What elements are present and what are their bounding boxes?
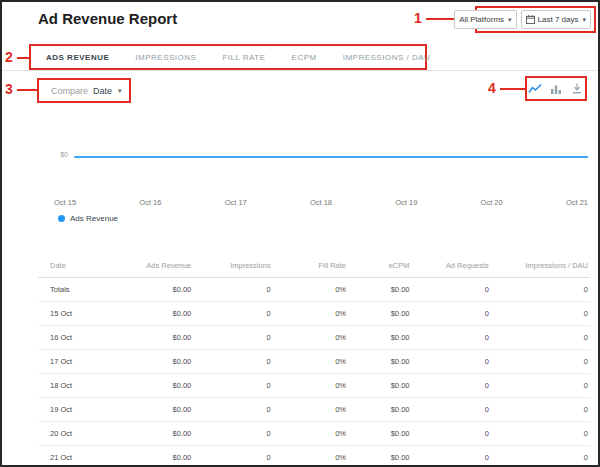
table-header-row: Date Ads Revenue Impressions Fill Rate e… (38, 253, 590, 278)
table-row: 18 Oct $0.00 0 0% $0.00 0 0 (38, 374, 590, 398)
cell-date: 17 Oct (38, 357, 110, 366)
legend-dot-icon (58, 215, 65, 222)
cell-ads-revenue: $0.00 (110, 333, 193, 342)
cell-date: Totals (38, 285, 110, 294)
cell-ad-requests: 0 (411, 453, 490, 462)
table-row-totals: Totals $0.00 0 0% $0.00 0 0 (38, 278, 590, 302)
date-range-dropdown[interactable]: Last 7 days ▾ (521, 10, 591, 29)
x-axis-tick: Oct 17 (225, 198, 247, 207)
cell-fill-rate: 0% (273, 333, 348, 342)
platform-filter-value: All Platforms (459, 15, 504, 24)
cell-date: 18 Oct (38, 381, 110, 390)
annotation-box-tabs: ADS REVENUE IMPRESSIONS FILL RATE ECPM I… (29, 44, 427, 70)
cell-ecpm: $0.00 (348, 333, 411, 342)
tab-ads-revenue[interactable]: ADS REVENUE (46, 53, 109, 62)
report-table: Date Ads Revenue Impressions Fill Rate e… (38, 253, 590, 467)
compare-dropdown[interactable]: Date (93, 86, 112, 96)
annotation-box-filters: All Platforms ▾ Last 7 days ▾ (475, 6, 596, 33)
column-header-impressions-dau[interactable]: Impressions / DAU (491, 261, 590, 270)
annotation-box-chart-icons (525, 76, 587, 101)
legend-label: Ads Revenue (70, 214, 118, 223)
calendar-icon (526, 15, 535, 24)
cell-impressions: 0 (193, 405, 272, 414)
cell-impressions: 0 (193, 333, 272, 342)
tab-ecpm[interactable]: ECPM (292, 53, 317, 62)
chevron-down-icon: ▾ (118, 87, 122, 95)
line-chart-icon (528, 83, 542, 95)
annotation-number-2: 2 (5, 50, 13, 64)
x-axis-tick: Oct 15 (54, 198, 76, 207)
cell-ads-revenue: $0.00 (110, 453, 193, 462)
x-axis-tick: Oct 16 (139, 198, 161, 207)
cell-ecpm: $0.00 (348, 381, 411, 390)
cell-impressions: 0 (193, 429, 272, 438)
cell-ecpm: $0.00 (348, 429, 411, 438)
cell-ad-requests: 0 (411, 357, 490, 366)
platform-filter-dropdown[interactable]: All Platforms ▾ (454, 10, 516, 29)
cell-ad-requests: 0 (411, 309, 490, 318)
cell-date: 21 Oct (38, 453, 110, 462)
chart-type-line-button[interactable] (527, 82, 542, 96)
cell-date: 19 Oct (38, 405, 110, 414)
annotation-line-3 (17, 89, 37, 91)
cell-ads-revenue: $0.00 (110, 309, 193, 318)
column-header-date[interactable]: Date (38, 261, 110, 270)
cell-ecpm: $0.00 (348, 405, 411, 414)
cell-ads-revenue: $0.00 (110, 381, 193, 390)
table-row: 17 Oct $0.00 0 0% $0.00 0 0 (38, 350, 590, 374)
cell-fill-rate: 0% (273, 357, 348, 366)
download-icon (572, 83, 582, 94)
cell-date: 16 Oct (38, 333, 110, 342)
cell-ecpm: $0.00 (348, 453, 411, 462)
cell-impressions-dau: 0 (491, 453, 590, 462)
tab-fill-rate[interactable]: FILL RATE (222, 53, 265, 62)
column-header-impressions[interactable]: Impressions (193, 261, 272, 270)
chart-series-line (74, 156, 588, 158)
cell-impressions-dau: 0 (491, 381, 590, 390)
cell-ad-requests: 0 (411, 285, 490, 294)
cell-impressions-dau: 0 (491, 285, 590, 294)
tabs-divider (2, 70, 598, 71)
cell-impressions-dau: 0 (491, 429, 590, 438)
column-header-ad-requests[interactable]: Ad Requests (411, 261, 490, 270)
table-row: 15 Oct $0.00 0 0% $0.00 0 0 (38, 302, 590, 326)
column-header-fill-rate[interactable]: Fill Rate (273, 261, 348, 270)
tab-impressions-dau[interactable]: IMPRESSIONS / DAU (343, 53, 431, 62)
legend-item-ads-revenue[interactable]: Ads Revenue (58, 214, 118, 223)
tab-impressions[interactable]: IMPRESSIONS (135, 53, 196, 62)
cell-fill-rate: 0% (273, 309, 348, 318)
table-row: 19 Oct $0.00 0 0% $0.00 0 0 (38, 398, 590, 422)
column-header-ecpm[interactable]: eCPM (348, 261, 411, 270)
x-axis-labels: Oct 15 Oct 16 Oct 17 Oct 18 Oct 19 Oct 2… (54, 198, 588, 207)
cell-ad-requests: 0 (411, 333, 490, 342)
cell-impressions-dau: 0 (491, 357, 590, 366)
cell-date: 20 Oct (38, 429, 110, 438)
table-row: 16 Oct $0.00 0 0% $0.00 0 0 (38, 326, 590, 350)
x-axis-tick: Oct 20 (481, 198, 503, 207)
date-range-value: Last 7 days (538, 15, 579, 24)
table-row: 21 Oct $0.00 0 0% $0.00 0 0 (38, 446, 590, 467)
cell-impressions: 0 (193, 381, 272, 390)
cell-impressions: 0 (193, 285, 272, 294)
column-header-ads-revenue[interactable]: Ads Revenue (110, 261, 193, 270)
annotation-box-compare: Compare Date ▾ (37, 78, 131, 103)
cell-ecpm: $0.00 (348, 357, 411, 366)
compare-label: Compare (51, 86, 88, 96)
download-button[interactable] (570, 82, 585, 96)
annotation-number-4: 4 (488, 81, 496, 95)
chevron-down-icon: ▾ (582, 16, 586, 24)
cell-fill-rate: 0% (273, 405, 348, 414)
cell-impressions: 0 (193, 357, 272, 366)
annotation-number-3: 3 (5, 82, 13, 96)
annotation-number-1: 1 (414, 11, 422, 25)
x-axis-tick: Oct 21 (566, 198, 588, 207)
x-axis-tick: Oct 19 (395, 198, 417, 207)
cell-ads-revenue: $0.00 (110, 357, 193, 366)
cell-impressions: 0 (193, 453, 272, 462)
cell-date: 15 Oct (38, 309, 110, 318)
annotation-line-2 (17, 57, 29, 59)
cell-ecpm: $0.00 (348, 285, 411, 294)
cell-ad-requests: 0 (411, 381, 490, 390)
cell-fill-rate: 0% (273, 381, 348, 390)
chart-type-bar-button[interactable] (548, 82, 563, 96)
